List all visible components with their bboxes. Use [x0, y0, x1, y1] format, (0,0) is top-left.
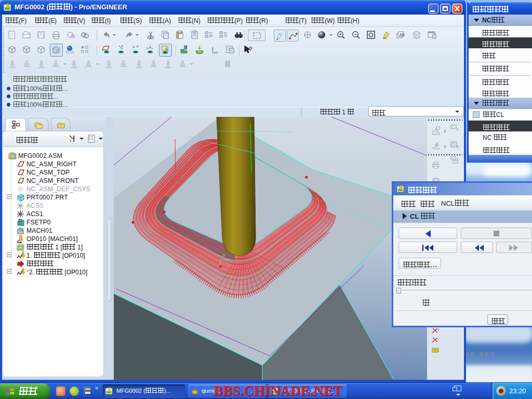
svg-text:Z: Z — [165, 47, 167, 50]
svg-text:z: z — [146, 46, 148, 49]
svg-text:AB: AB — [400, 33, 405, 36]
svg-text:*: * — [60, 123, 61, 128]
svg-text:?: ? — [249, 46, 252, 52]
svg-text:i: i — [185, 45, 186, 48]
svg-text:x: x — [438, 328, 440, 331]
svg-text:x: x — [438, 337, 440, 340]
